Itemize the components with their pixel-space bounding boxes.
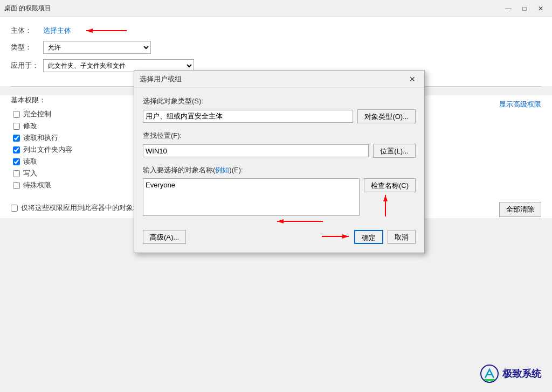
- perm-special-checkbox[interactable]: [13, 182, 20, 189]
- object-name-textarea[interactable]: Everyone: [143, 178, 360, 216]
- location-input[interactable]: [143, 144, 369, 157]
- dialog-close-button[interactable]: ✕: [406, 74, 419, 85]
- perm-read-execute-label: 读取和执行: [23, 133, 58, 143]
- location-row: 位置(L)...: [143, 144, 416, 158]
- close-button[interactable]: ✕: [534, 3, 548, 14]
- perm-read-checkbox[interactable]: [13, 158, 20, 165]
- dialog-footer-right: 确定 取消: [354, 230, 416, 244]
- arrow-everyone: [274, 216, 328, 227]
- dialog-ok-button[interactable]: 确定: [354, 230, 383, 244]
- perm-modify-label: 修改: [23, 121, 37, 131]
- arrow-subject: [84, 25, 132, 36]
- ok-button-area: 确定: [354, 230, 383, 244]
- brand-text: 极致系统: [502, 367, 541, 380]
- apply-container-checkbox[interactable]: [11, 205, 18, 212]
- location-button[interactable]: 位置(L)...: [373, 144, 416, 158]
- arrow-check-name: [375, 192, 396, 219]
- perm-read-label: 读取: [23, 157, 37, 166]
- object-type-input[interactable]: [143, 110, 353, 123]
- perm-write-label: 写入: [23, 169, 37, 178]
- perm-write-checkbox[interactable]: [13, 170, 20, 177]
- object-type-label: 选择此对象类型(S):: [143, 96, 416, 106]
- object-name-label: 输入要选择的对象名称(例如)(E):: [143, 165, 416, 175]
- location-label: 查找位置(F):: [143, 131, 416, 141]
- dialog-advanced-button[interactable]: 高级(A)...: [143, 230, 186, 244]
- dialog-title-bar: 选择用户或组 ✕: [134, 71, 424, 88]
- type-label: 类型：: [11, 43, 43, 52]
- type-row: 类型： 允许: [11, 41, 541, 54]
- type-select[interactable]: 允许: [43, 41, 151, 54]
- check-name-button[interactable]: 检查名称(C): [364, 178, 416, 192]
- object-name-row: Everyone 检查名称(C): [143, 178, 416, 216]
- dialog-body: 选择此对象类型(S): 对象类型(O)... 查找位置(F): 位置(L)...…: [134, 88, 424, 225]
- perm-list-folder-checkbox[interactable]: [13, 146, 20, 153]
- object-type-button[interactable]: 对象类型(O)...: [357, 109, 416, 123]
- section-title: 基本权限：: [11, 95, 46, 105]
- check-name-area: 检查名称(C): [364, 178, 416, 192]
- perm-list-folder-label: 列出文件夹内容: [23, 145, 72, 155]
- brand-logo: 极致系统: [480, 364, 541, 383]
- clear-all-button[interactable]: 全部清除: [499, 202, 541, 217]
- subject-link[interactable]: 选择主体: [43, 26, 71, 36]
- title-bar: 桌面 的权限项目 — □ ✕: [0, 0, 552, 17]
- example-link[interactable]: 例如: [215, 166, 229, 174]
- advanced-permissions-link[interactable]: 显示高级权限: [499, 100, 541, 109]
- perm-full-control-checkbox[interactable]: [13, 111, 20, 118]
- minimize-button[interactable]: —: [501, 3, 515, 14]
- dialog-title: 选择用户或组: [140, 74, 182, 84]
- perm-modify-checkbox[interactable]: [13, 123, 20, 130]
- dialog-footer: 高级(A)... 确定 取消: [134, 225, 424, 253]
- object-type-row: 对象类型(O)...: [143, 109, 416, 123]
- subject-row: 主体： 选择主体: [11, 26, 541, 36]
- window-title: 桌面 的权限项目: [4, 4, 51, 13]
- perm-full-control-label: 完全控制: [23, 109, 51, 119]
- dialog-cancel-button[interactable]: 取消: [388, 230, 416, 244]
- dialog-select-user: 选择用户或组 ✕ 选择此对象类型(S): 对象类型(O)... 查找位置(F):…: [134, 70, 425, 253]
- arrow-ok: [322, 231, 351, 242]
- subject-label: 主体：: [11, 26, 43, 36]
- main-window: 桌面 的权限项目 — □ ✕ 主体： 选择主体 类型： 允许: [0, 0, 552, 392]
- perm-special-label: 特殊权限: [23, 180, 51, 190]
- apply-label: 应用于：: [11, 61, 43, 71]
- maximize-button[interactable]: □: [518, 3, 532, 14]
- brand-icon: [480, 364, 499, 383]
- perm-read-execute-checkbox[interactable]: [13, 135, 20, 142]
- title-bar-buttons: — □ ✕: [501, 3, 548, 14]
